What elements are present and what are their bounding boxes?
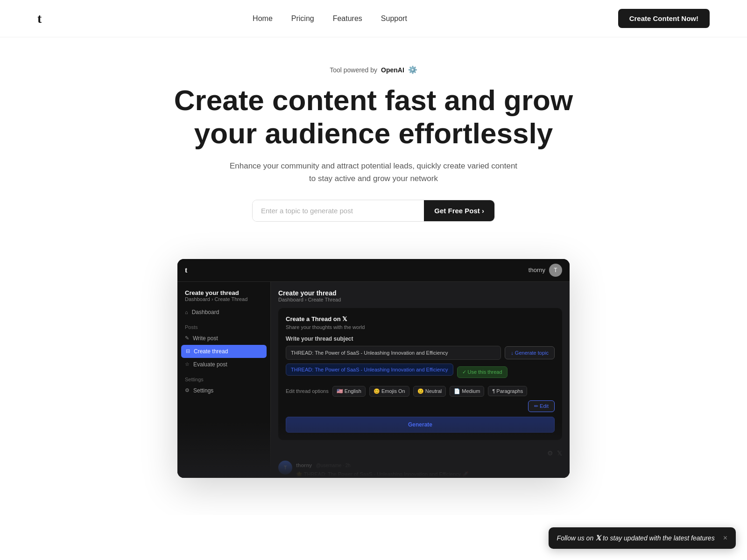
powered-by-label: Tool powered by (330, 66, 377, 74)
subject-label: Write your thread subject (286, 336, 555, 342)
sidebar-item-settings[interactable]: ⚙ Settings (177, 384, 270, 397)
app-username: thorny (529, 266, 545, 273)
avatar: T (549, 264, 562, 277)
hero-section: Tool powered by OpenAI ⚙️ Create content… (163, 37, 584, 240)
options-row: Edit thread options 🇺🇸 English 😊 Emojis … (286, 386, 555, 412)
sidebar-settings-section: Settings (177, 371, 270, 384)
topic-input[interactable] (253, 200, 424, 221)
tweet-handle: @username · 2h (316, 463, 351, 468)
avatar: T (278, 461, 292, 475)
sidebar-item-evaluate-post[interactable]: ☆ Evaluate post (177, 358, 270, 371)
edit-button[interactable]: ✏ Edit (528, 400, 555, 412)
settings-icon: ⚙ (185, 387, 190, 393)
app-user: thorny T (529, 264, 562, 277)
options-label: Edit thread options (286, 388, 329, 394)
app-screenshot: t thorny T Create your thread Dashboard … (177, 259, 570, 478)
nav-features[interactable]: Features (333, 14, 362, 23)
nav-home[interactable]: Home (253, 14, 273, 23)
option-english: 🇺🇸 English (332, 386, 366, 397)
subject-input-row: THREAD: The Power of SaaS - Unleashing I… (286, 346, 555, 360)
thread-breadcrumb: Dashboard › Create Thread (278, 297, 562, 302)
home-icon: ⌂ (185, 309, 188, 315)
table-row: T thorny @username · 2h 🌟 THREAD: The Po… (278, 461, 562, 478)
app-logo: t (185, 266, 187, 274)
hero-heading: Create content fast and grow your audien… (173, 84, 574, 150)
generate-button[interactable]: Generate (286, 417, 555, 433)
thread-page-header: Create your thread Dashboard › Create Th… (278, 289, 562, 302)
nav-pricing[interactable]: Pricing (291, 14, 314, 23)
sidebar-item-write-post[interactable]: ✎ Write post (177, 332, 270, 345)
thread-icon: ⊟ (186, 348, 190, 354)
sidebar-page-title: Create your thread (185, 289, 263, 296)
get-free-post-button[interactable]: Get Free Post › (424, 200, 494, 221)
x-preview-icon[interactable]: 𝕏 (557, 449, 562, 457)
use-thread-button[interactable]: ✓ Use this thread (457, 366, 507, 378)
app-topbar: t thorny T (177, 259, 570, 282)
nav-cta-button[interactable]: Create Content Now! (618, 9, 710, 28)
powered-by-badge: Tool powered by OpenAI ⚙️ (330, 65, 417, 74)
topic-tag: THREAD: The Power of SaaS - Unleashing I… (286, 364, 453, 376)
navbar: t Home Pricing Features Support Create C… (0, 0, 747, 37)
app-main: Create your thread Dashboard › Create Th… (271, 282, 570, 478)
sidebar-breadcrumb: Dashboard › Create Thread (185, 296, 263, 302)
generate-topic-button[interactable]: ↓ Generate topic (505, 346, 555, 359)
thread-page-title: Create your thread (278, 289, 562, 297)
nav-logo: t (37, 11, 42, 26)
star-icon: ☆ (185, 361, 190, 367)
tweet-user: thorny (296, 462, 312, 468)
option-format: ¶ Paragraphs (488, 386, 527, 396)
sidebar-posts-section: Posts (177, 319, 270, 332)
nav-support[interactable]: Support (381, 14, 407, 23)
option-length: 📄 Medium (450, 386, 484, 397)
sidebar-item-create-thread[interactable]: ⊟ Create thread (181, 345, 267, 358)
preview-area: ⚙ 𝕏 T thorny @username · 2h 🌟 THREAD: Th… (278, 446, 562, 478)
sidebar-header: Create your thread Dashboard › Create Th… (177, 289, 270, 306)
subject-input-display: THREAD: The Power of SaaS - Unleashing I… (286, 346, 501, 360)
hero-subtext: Enhance your community and attract poten… (229, 160, 518, 185)
thread-card-title: Create a Thread on 𝕏 (286, 315, 555, 322)
hero-input-row: Get Free Post › (252, 200, 495, 222)
gear-icon: ⚙️ (408, 65, 417, 74)
nav-links: Home Pricing Features Support (253, 14, 407, 23)
settings-preview-icon[interactable]: ⚙ (547, 449, 553, 457)
option-tone: 😐 Neutral (413, 386, 446, 397)
preview-icons: ⚙ 𝕏 (278, 449, 562, 457)
app-body: Create your thread Dashboard › Create Th… (177, 282, 570, 478)
sidebar-item-dashboard[interactable]: ⌂ Dashboard (177, 306, 270, 319)
thread-card-subtitle: Share your thoughts with the world (286, 324, 555, 330)
pencil-icon: ✎ (185, 335, 189, 341)
tweet-text: 🌟 THREAD: The Power of SaaS - Unleashing… (296, 470, 562, 478)
app-sidebar: Create your thread Dashboard › Create Th… (177, 282, 271, 478)
option-emojis: 😊 Emojis On (369, 386, 409, 397)
openai-brand: OpenAI (381, 66, 404, 74)
create-thread-card: Create a Thread on 𝕏 Share your thoughts… (278, 308, 562, 440)
tweet-content: thorny @username · 2h 🌟 THREAD: The Powe… (296, 461, 562, 478)
